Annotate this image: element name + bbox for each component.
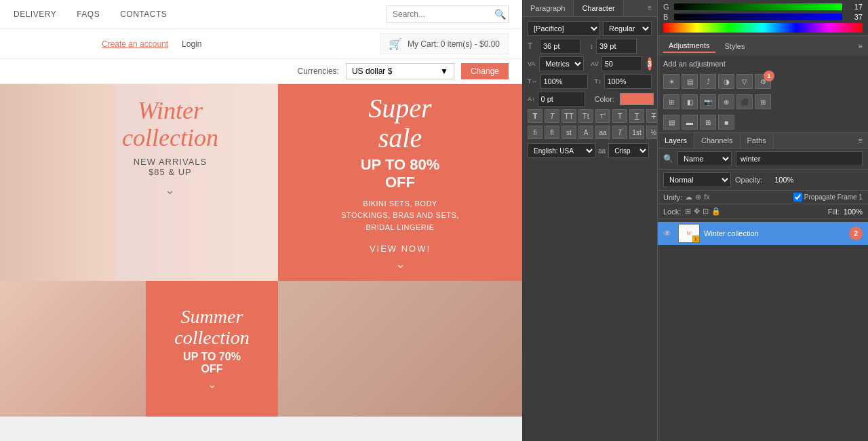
summer-chevron-icon[interactable]: ⌄ <box>208 378 216 391</box>
layers-search-input[interactable] <box>736 151 863 166</box>
style-subscript-btn[interactable]: T <box>612 109 627 123</box>
nav-contacts[interactable]: CONTACTS <box>120 9 167 19</box>
fill-value: 100% <box>844 208 863 216</box>
adj-bw-icon[interactable]: ◧ <box>682 94 698 109</box>
font-family-select[interactable]: [Pacifico] <box>528 21 600 36</box>
view-now-text[interactable]: VIEW NOW! <box>370 244 431 254</box>
char-panel-collapse[interactable]: ≡ <box>642 0 657 16</box>
create-account-link[interactable]: Create an account <box>102 39 168 49</box>
search-icon[interactable]: 🔍 <box>494 9 506 20</box>
tab-character[interactable]: Character <box>574 0 623 16</box>
lock-pixels-icon[interactable]: ⊞ <box>685 207 691 216</box>
nav-faqs[interactable]: FAQS <box>77 9 100 19</box>
badge-1: 1 <box>764 71 774 81</box>
blend-mode-select[interactable]: Normal <box>663 172 731 187</box>
adj-vibrance-icon[interactable]: ▽ <box>736 74 753 89</box>
adj-threshold-icon[interactable]: ▤ <box>663 115 679 130</box>
font-style-select[interactable]: Regular <box>603 21 652 36</box>
lig-fl-btn[interactable]: ﬂ <box>545 126 559 139</box>
antialiasing-select[interactable]: Crisp <box>608 143 649 158</box>
unify-icon1[interactable]: ☁ <box>685 193 692 202</box>
search-input[interactable] <box>393 9 494 19</box>
lock-all-icon[interactable]: 🔒 <box>711 207 721 216</box>
summer-percent: UP TO 70% OFF <box>183 351 241 375</box>
style-allcaps-btn[interactable]: TT <box>561 109 576 123</box>
v-scale-input[interactable] <box>604 74 652 89</box>
adj-pattern-icon[interactable]: ⊞ <box>700 115 716 130</box>
style-buttons-row: T T TT Tt T° T T T <box>528 109 652 123</box>
adj-channelmixer-icon[interactable]: ⊕ <box>718 94 734 109</box>
adj-colorbalance-icon[interactable]: ⊞ <box>663 94 679 109</box>
g-slider[interactable] <box>674 3 842 10</box>
size-row: T ↕ <box>528 39 652 54</box>
tab-adjustments[interactable]: Adjustments <box>663 39 715 53</box>
lig-fi-btn[interactable]: fi <box>528 126 542 139</box>
layers-filter-select[interactable]: Name <box>677 151 732 166</box>
tab-styles[interactable]: Styles <box>719 40 751 52</box>
tab-channels[interactable]: Channels <box>694 133 740 148</box>
search-box[interactable]: 🔍 <box>387 5 509 23</box>
style-italic-btn[interactable]: T <box>545 109 559 123</box>
style-smallcaps-btn[interactable]: Tt <box>578 109 593 123</box>
style-bold-btn[interactable]: T <box>528 109 542 123</box>
lig-half-btn[interactable]: ½ <box>646 126 658 139</box>
sale-chevron-icon[interactable]: ⌄ <box>395 256 406 271</box>
currency-select[interactable]: US dollar $ ▼ <box>346 63 454 79</box>
lig-a-btn[interactable]: A <box>578 126 593 139</box>
adj-brightness-icon[interactable]: ☀ <box>663 74 679 89</box>
winter-chevron-icon[interactable]: ⌄ <box>122 183 218 197</box>
unify-icon3[interactable]: fx <box>704 193 710 202</box>
adj-hsl-icon[interactable]: ⚙ 1 <box>755 74 771 89</box>
font-size-input[interactable] <box>540 39 580 54</box>
lig-t-btn[interactable]: T <box>612 126 627 139</box>
adj-exposure-icon[interactable]: ◑ <box>718 74 734 89</box>
tab-paths[interactable]: Paths <box>741 133 774 148</box>
color-spectrum-bar[interactable] <box>663 23 863 33</box>
blend-mode-row: Normal Opacity: 100% <box>658 170 868 191</box>
lig-aa-btn[interactable]: aa <box>595 126 610 139</box>
kerning-method-select[interactable]: Metrics <box>539 56 584 71</box>
layers-collapse-btn[interactable]: ≡ <box>853 133 868 148</box>
adj-photo-icon[interactable]: 📷 <box>700 94 716 109</box>
baseline-input[interactable] <box>538 92 585 107</box>
color-swatch[interactable] <box>620 93 654 105</box>
login-button[interactable]: Login <box>182 39 201 49</box>
b-label: B <box>663 13 670 21</box>
adj-colorlookup-icon[interactable]: ⬛ <box>736 94 753 109</box>
cart-area[interactable]: 🛒 My Cart: 0 item(s) - $0.00 <box>380 33 509 54</box>
h-scale-input[interactable] <box>540 74 588 89</box>
propagate-checkbox[interactable] <box>793 193 802 202</box>
new-arrivals-text: NEW ARRIVALS <box>122 157 218 167</box>
layer-visibility-icon[interactable]: 👁 <box>663 229 674 238</box>
nav-delivery[interactable]: DELIVERY <box>14 9 56 19</box>
adj-curves-icon[interactable]: ⤴ <box>700 74 716 89</box>
adj-gradient-icon[interactable]: ▬ <box>682 115 698 130</box>
propagate-label: Propagate Frame 1 <box>804 193 863 201</box>
layer-item[interactable]: 👁 W ! Winter collection 2 <box>658 222 868 245</box>
tracking-input[interactable] <box>601 56 642 71</box>
g-value: 17 <box>846 3 863 11</box>
style-strikethrough-btn[interactable]: T <box>646 109 658 123</box>
adj-levels-icon[interactable]: ▤ <box>682 74 698 89</box>
sale-percent: UP TO 80% OFF <box>361 156 440 191</box>
lig-st-btn[interactable]: st <box>561 126 576 139</box>
right-panel: G 17 B 37 Adjustments Styles ≡ Add an ad… <box>658 0 868 441</box>
summer-banner: Summer collection UP TO 70% OFF ⌄ <box>146 281 278 417</box>
adj-collapse-btn[interactable]: ≡ <box>859 42 863 50</box>
lig-1st-btn[interactable]: 1st <box>629 126 644 139</box>
b-slider-row: B 37 <box>663 13 863 21</box>
tab-paragraph[interactable]: Paragraph <box>522 0 574 16</box>
change-button[interactable]: Change <box>461 63 509 79</box>
language-select[interactable]: English: USA <box>528 143 595 158</box>
style-underline-btn[interactable]: T <box>629 109 644 123</box>
unify-icons: ☁ ⊕ fx <box>685 193 710 202</box>
style-superscript-btn[interactable]: T° <box>595 109 610 123</box>
leading-input[interactable] <box>596 39 637 54</box>
b-slider[interactable] <box>674 14 842 20</box>
tab-layers[interactable]: Layers <box>658 133 694 148</box>
lock-artboard-icon[interactable]: ⊡ <box>703 207 709 216</box>
adj-posterize-icon[interactable]: ⊞ <box>755 94 771 109</box>
lock-position-icon[interactable]: ✥ <box>694 207 700 216</box>
unify-icon2[interactable]: ⊕ <box>695 193 701 202</box>
adj-solid-icon[interactable]: ■ <box>718 115 734 130</box>
